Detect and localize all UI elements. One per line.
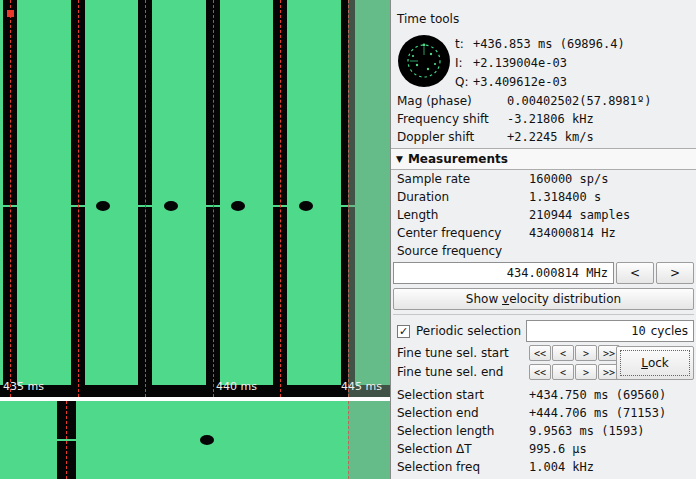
i-value: +2.139004e-03 — [473, 56, 567, 70]
time-tools-panel: Time tools t: +436.853 ms (69896.4) — [391, 0, 696, 479]
t-label: t: — [455, 37, 473, 51]
signal-burst — [0, 401, 57, 479]
cycle-marker-line — [213, 0, 214, 397]
duration-label: Duration — [397, 190, 529, 204]
selection-end-row: Selection end +444.706 ms (71153) — [393, 404, 694, 422]
envelope-dip — [299, 201, 313, 211]
frequency-step-down-button[interactable]: < — [616, 262, 654, 284]
fine-start-forward-button[interactable]: > — [575, 345, 597, 361]
selection-info: Selection start +434.750 ms (69560) Sele… — [393, 386, 694, 476]
fine-tune-end-label: Fine tune sel. end — [397, 365, 529, 379]
length-value: 210944 samples — [529, 208, 630, 222]
cycle-marker-line — [145, 0, 146, 397]
iq-values: t: +436.853 ms (69896.4) I: +2.139004e-0… — [455, 34, 625, 92]
lock-button[interactable]: Lock — [616, 346, 694, 380]
duration-value: 1.318400 s — [529, 190, 601, 204]
duration-row: Duration 1.318400 s — [393, 188, 694, 206]
source-frequency-row: Source frequency — [393, 242, 694, 260]
waveform-column: 435 ms440 ms445 ms — [0, 0, 391, 479]
frequency-input-value: 434.000814 MHz — [507, 266, 608, 280]
lock-label-mnemonic: L — [641, 356, 648, 370]
cycle-marker-line — [78, 0, 79, 397]
fine-end-forward-button[interactable]: > — [575, 364, 597, 380]
selection-freq-label: Selection freq — [397, 460, 529, 474]
selection-end-value: +444.706 ms (71153) — [529, 406, 666, 420]
signal-burst — [152, 0, 206, 385]
center-frequency-label: Center frequency — [397, 226, 529, 240]
periodic-selection-label: Periodic selection — [416, 324, 521, 338]
cursor-marker — [7, 10, 14, 17]
selection-length-value: 9.9563 ms (1593) — [529, 424, 645, 438]
signal-burst — [220, 0, 273, 385]
periodic-selection-checkbox[interactable]: ✓ — [397, 325, 410, 338]
frequency-shift-value: -3.21806 kHz — [507, 112, 594, 126]
doppler-shift-row: Doppler shift +2.2245 km/s — [393, 128, 694, 146]
selection-overlay — [348, 401, 390, 479]
selection-delta-t-value: 995.6 µs — [529, 442, 587, 456]
frequency-shift-label: Frequency shift — [397, 112, 507, 126]
cycles-input[interactable]: 10 cycles — [526, 320, 694, 342]
selection-delta-t-label: Selection ΔT — [397, 442, 529, 456]
time-readout-row: t: +436.853 ms (69896.4) — [455, 34, 625, 53]
sample-rate-label: Sample rate — [397, 172, 529, 186]
time-axis-label: 445 ms — [341, 380, 382, 393]
cycle-marker-line — [10, 0, 11, 397]
selection-freq-value: 1.004 kHz — [529, 460, 594, 474]
cycles-value: 10 — [631, 324, 645, 338]
frequency-input[interactable]: 434.000814 MHz — [393, 262, 614, 284]
length-row: Length 210944 samples — [393, 206, 694, 224]
selection-length-row: Selection length 9.9563 ms (1593) — [393, 422, 694, 440]
selection-freq-row: Selection freq 1.004 kHz — [393, 458, 694, 476]
sample-rate-value: 160000 sp/s — [529, 172, 608, 186]
envelope-dip — [96, 201, 110, 211]
mag-phase-row: Mag (phase) 0.00402502(57.8981º) — [393, 92, 694, 110]
signal-burst — [76, 401, 390, 479]
center-frequency-value: 434000814 Hz — [529, 226, 616, 240]
time-window: 435 ms440 ms445 ms Time tools t: — [0, 0, 696, 479]
signal-burst — [287, 0, 341, 385]
cycles-suffix: cycles — [651, 324, 688, 338]
envelope-dip — [231, 201, 245, 211]
i-readout-row: I: +2.139004e-03 — [455, 53, 625, 72]
selection-end-label: Selection end — [397, 406, 529, 420]
sample-rate-row: Sample rate 160000 sp/s — [393, 170, 694, 188]
phase-dial-icon — [397, 34, 451, 88]
q-label: Q: — [455, 75, 473, 89]
button-label-mnemonic: v — [502, 292, 509, 306]
measurements-section-header[interactable]: ▼ Measurements — [391, 148, 696, 170]
periodic-selection-row: ✓ Periodic selection 10 cycles — [393, 320, 694, 342]
measurements-title: Measurements — [408, 152, 508, 166]
show-velocity-distribution-button[interactable]: Show velocity distribution — [393, 288, 694, 310]
collapse-icon: ▼ — [396, 154, 403, 164]
envelope-dip — [200, 435, 214, 445]
i-label: I: — [455, 56, 473, 70]
button-label-rest: elocity distribution — [509, 292, 621, 306]
signal-burst — [17, 0, 71, 385]
fine-start-fast-back-button[interactable]: << — [529, 345, 551, 361]
signal-burst — [85, 0, 138, 385]
selection-start-value: +434.750 ms (69560) — [529, 388, 666, 402]
cycle-marker-line — [280, 0, 281, 397]
center-frequency-row: Center frequency 434000814 Hz — [393, 224, 694, 242]
cycle-marker-line — [66, 401, 67, 479]
overview-waveform-view[interactable] — [0, 401, 390, 479]
source-frequency-label: Source frequency — [397, 244, 529, 258]
selection-start-row: Selection start +434.750 ms (69560) — [393, 386, 694, 404]
button-label-pre: Show — [466, 292, 502, 306]
time-axis-label: 440 ms — [216, 380, 257, 393]
main-waveform-view[interactable]: 435 ms440 ms445 ms — [0, 0, 390, 397]
doppler-shift-value: +2.2245 km/s — [507, 130, 594, 144]
lock-label-rest: ock — [648, 356, 669, 370]
separator-line — [393, 314, 694, 315]
fine-end-fast-back-button[interactable]: << — [529, 364, 551, 380]
selection-length-label: Selection length — [397, 424, 529, 438]
time-tools-title: Time tools — [393, 12, 694, 28]
q-value: +3.409612e-03 — [473, 75, 567, 89]
selection-delta-t-row: Selection ΔT 995.6 µs — [393, 440, 694, 458]
frequency-step-up-button[interactable]: > — [656, 262, 694, 284]
mag-phase-label: Mag (phase) — [397, 94, 507, 108]
envelope-dip — [164, 201, 178, 211]
q-readout-row: Q: +3.409612e-03 — [455, 72, 625, 91]
fine-end-back-button[interactable]: < — [552, 364, 574, 380]
fine-start-back-button[interactable]: < — [552, 345, 574, 361]
